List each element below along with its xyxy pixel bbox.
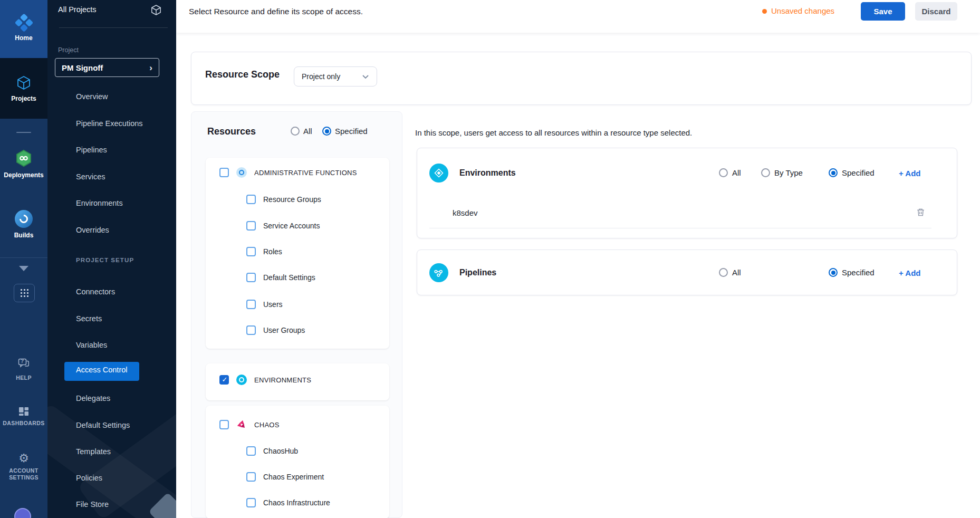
radio-icon [761, 168, 770, 177]
sidebar-item-pipelines[interactable]: Pipelines [76, 144, 107, 156]
sidebar-item-services[interactable]: Services [76, 171, 105, 183]
checkbox-chaoshub[interactable] [246, 446, 256, 456]
dashboards-icon [18, 406, 30, 417]
sidebar-item-file-store[interactable]: File Store [76, 498, 109, 510]
gear-icon: ⚙ [18, 453, 29, 464]
sidebar-item-access-control-active[interactable]: Access Control [64, 362, 139, 381]
checkbox-chaos-infrastructure[interactable] [246, 498, 256, 507]
page-title: Select Resource and define its scope of … [189, 7, 363, 16]
checkbox-roles[interactable] [246, 247, 256, 256]
all-projects-link[interactable]: All Projects [58, 5, 97, 14]
resources-radio-specified[interactable]: Specified [322, 127, 368, 136]
checkbox-users[interactable] [246, 300, 256, 309]
sidebar-item-default-settings[interactable]: Default Settings [76, 419, 130, 431]
environments-radio-all[interactable]: All [719, 168, 741, 177]
child-label: User Groups [263, 326, 305, 334]
unsaved-changes-badge: Unsaved changes [771, 6, 834, 15]
environments-radio-by-type[interactable]: By Type [761, 168, 803, 177]
rail-item-deployments[interactable]: Deployments [0, 149, 47, 179]
rail-account-settings-label: ACCOUNT SETTINGS [6, 467, 41, 481]
rail-item-builds[interactable]: Builds [0, 210, 47, 239]
resources-title: Resources [207, 126, 256, 137]
pipelines-type-icon [429, 263, 448, 282]
rail-item-account-settings[interactable]: ⚙ ACCOUNT SETTINGS [0, 453, 47, 481]
rail-dashboards-label: DASHBOARDS [3, 420, 44, 427]
help-chat-icon [17, 358, 30, 371]
checkbox-service-accounts[interactable] [246, 221, 256, 231]
child-label: Users [263, 300, 283, 309]
radio-icon [719, 268, 728, 277]
rail-item-home[interactable]: Home [0, 0, 47, 58]
radio-selected-icon [829, 268, 838, 277]
environments-icon [236, 375, 247, 385]
radio-all-label: All [732, 168, 741, 177]
project-setup-section-label: PROJECT SETUP [76, 257, 134, 263]
checkbox-chaos[interactable] [219, 420, 229, 429]
child-label: Roles [263, 247, 282, 256]
sidebar-item-environments[interactable]: Environments [76, 197, 123, 209]
child-label: Chaos Experiment [263, 473, 324, 481]
pipelines-radio-all[interactable]: All [719, 268, 741, 277]
save-button[interactable]: Save [861, 2, 905, 21]
radio-icon [291, 127, 300, 136]
radio-icon [719, 168, 728, 177]
card-title: Pipelines [459, 268, 496, 277]
child-label: Default Settings [263, 273, 315, 282]
rail-item-help[interactable]: HELP [0, 358, 47, 381]
radio-all-label: All [732, 268, 741, 277]
project-name: PM Signoff [62, 63, 149, 72]
grid-icon [21, 289, 22, 291]
sidebar-item-delegates[interactable]: Delegates [76, 392, 110, 404]
child-label: Resource Groups [263, 195, 321, 204]
user-avatar[interactable] [14, 508, 31, 518]
rail-item-projects[interactable]: Projects [0, 58, 47, 119]
chevron-down-icon[interactable] [19, 266, 28, 271]
resource-group-administrative-functions: ADMINISTRATIVE FUNCTIONS Resource Groups… [206, 158, 389, 349]
checkbox-environments-checked[interactable] [219, 375, 229, 385]
checkbox-administrative-functions[interactable] [219, 168, 229, 177]
card-title: Environments [459, 168, 516, 178]
group-label: ENVIRONMENTS [254, 376, 311, 384]
pipelines-radio-specified[interactable]: Specified [829, 268, 875, 277]
checkbox-user-groups[interactable] [246, 325, 256, 335]
project-selector[interactable]: PM Signoff [55, 58, 159, 77]
module-rail: Home Projects Deployments Builds [0, 0, 47, 518]
resources-radio-all[interactable]: All [291, 127, 312, 136]
sidebar-item-templates[interactable]: Templates [76, 446, 111, 457]
environments-radio-specified[interactable]: Specified [829, 168, 875, 177]
rail-home-label: Home [15, 34, 32, 42]
module-grid-button[interactable] [14, 284, 35, 302]
checkbox-chaos-experiment[interactable] [246, 472, 256, 482]
all-projects-cube-icon[interactable] [150, 4, 162, 18]
radio-specified-label: Specified [842, 268, 875, 277]
checkbox-default-settings[interactable] [246, 273, 256, 282]
sidebar-item-secrets[interactable]: Secrets [76, 313, 102, 324]
environments-add-button[interactable]: + Add [899, 169, 921, 178]
checkbox-resource-groups[interactable] [246, 195, 256, 204]
radio-specified-label: Specified [842, 168, 875, 177]
trash-icon[interactable] [916, 207, 926, 219]
chevron-right-icon [149, 63, 152, 72]
environments-type-icon [429, 164, 448, 183]
chevron-down-icon [362, 74, 369, 79]
resources-panel: Resources All Specified ADMINISTRATIVE F… [191, 111, 402, 518]
radio-specified-label: Specified [335, 127, 368, 136]
resource-scope-select[interactable]: Project only [294, 66, 377, 87]
sidebar-item-overview[interactable]: Overview [76, 91, 108, 102]
chaos-icon [236, 419, 247, 430]
projects-cube-icon [15, 74, 32, 91]
sidebar-item-connectors[interactable]: Connectors [76, 286, 115, 298]
sidebar-item-policies[interactable]: Policies [76, 472, 102, 484]
builds-icon [15, 210, 33, 228]
sidebar-item-variables[interactable]: Variables [76, 339, 107, 351]
child-label: Chaos Infrastructure [263, 498, 330, 507]
unsaved-dot-icon [762, 9, 767, 14]
discard-button[interactable]: Discard [915, 2, 957, 21]
item-row-divider [429, 228, 931, 228]
sidebar-item-overrides[interactable]: Overrides [76, 224, 109, 236]
sidebar-item-pipeline-executions[interactable]: Pipeline Executions [76, 118, 143, 129]
sidebar-divider [59, 27, 168, 28]
pipelines-add-button[interactable]: + Add [899, 268, 921, 277]
rail-item-dashboards[interactable]: DASHBOARDS [0, 406, 47, 427]
environments-detail-card: Environments All By Type Specified + Add… [417, 148, 957, 238]
